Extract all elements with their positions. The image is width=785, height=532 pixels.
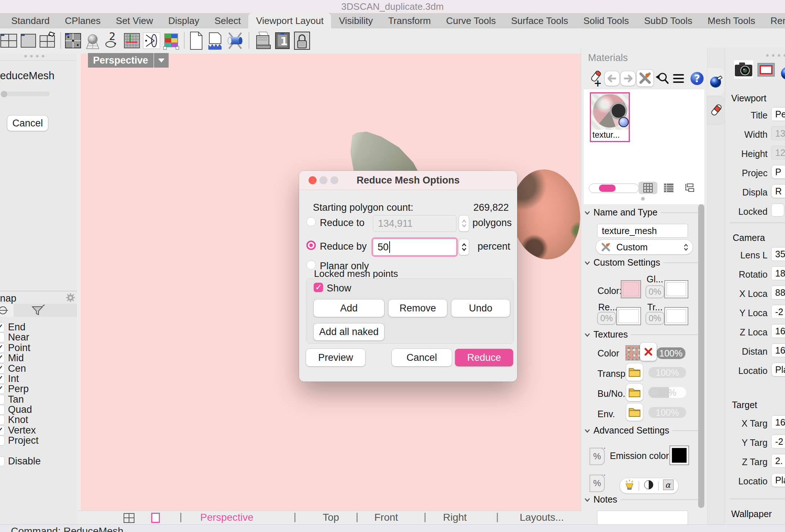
search-icon[interactable] bbox=[653, 71, 669, 86]
color-texture-thumbnail[interactable] bbox=[625, 345, 640, 360]
checkbox[interactable] bbox=[0, 384, 5, 394]
distance-field[interactable]: 162 bbox=[771, 343, 785, 357]
x-target-field[interactable]: 16 bbox=[771, 415, 785, 429]
emission-percent-spinner[interactable]: % bbox=[589, 448, 605, 465]
section-name-and-type[interactable]: Name and Type bbox=[584, 207, 703, 218]
thumbnail-size-slider-thumb[interactable] bbox=[599, 185, 616, 192]
tab-mesh-tools[interactable]: Mesh Tools bbox=[700, 13, 763, 28]
progress-slider[interactable] bbox=[1, 92, 50, 96]
paint-tube-panel-tab[interactable] bbox=[707, 97, 725, 124]
notes-textarea[interactable] bbox=[597, 511, 688, 525]
tab-transform[interactable]: Transform bbox=[381, 13, 439, 28]
display-colors-icon[interactable] bbox=[162, 31, 180, 51]
color-texture-amount[interactable]: 100% bbox=[656, 347, 685, 359]
material-thumbnail-label[interactable]: textur... bbox=[591, 130, 629, 140]
checkbox[interactable] bbox=[0, 415, 5, 425]
four-viewports-icon[interactable] bbox=[0, 31, 18, 51]
cancel-button[interactable]: Cancel bbox=[392, 349, 452, 366]
print-icon[interactable] bbox=[254, 31, 272, 51]
emission-color-swatch[interactable] bbox=[669, 446, 689, 465]
y-location-field[interactable]: -2 bbox=[771, 305, 785, 319]
panel-drag-handle[interactable] bbox=[766, 54, 785, 57]
section-notes[interactable]: Notes bbox=[584, 494, 703, 505]
contrast-sphere-icon[interactable] bbox=[644, 480, 654, 492]
checkbox[interactable] bbox=[0, 364, 5, 374]
section-advanced-settings[interactable]: Advanced Settings bbox=[584, 425, 703, 436]
close-icon[interactable] bbox=[309, 176, 317, 184]
folder-icon[interactable] bbox=[626, 363, 643, 381]
folder-icon[interactable] bbox=[626, 384, 643, 401]
shaded-sphere-icon[interactable] bbox=[84, 31, 102, 51]
checkbox[interactable] bbox=[0, 374, 5, 384]
help-icon[interactable]: ? bbox=[690, 71, 704, 86]
remove-texture-icon[interactable] bbox=[640, 343, 657, 361]
tab-viewport-layout[interactable]: Viewport Layout bbox=[248, 13, 331, 28]
undo-button[interactable]: Undo bbox=[451, 299, 510, 317]
section-custom-settings[interactable]: Custom Settings bbox=[584, 257, 703, 268]
back-arrow-icon[interactable] bbox=[605, 71, 619, 86]
z-target-field[interactable]: 2. bbox=[771, 454, 785, 468]
intensity-percent-spinner[interactable]: % bbox=[589, 475, 605, 492]
panel-drag-handle[interactable] bbox=[24, 55, 44, 57]
new-file-icon[interactable] bbox=[187, 31, 205, 51]
materials-scrollbar[interactable] bbox=[698, 204, 704, 508]
checkbox[interactable] bbox=[0, 436, 5, 446]
x-location-field[interactable]: 88 bbox=[771, 286, 785, 299]
environment-texture-amount[interactable]: 100% bbox=[648, 407, 686, 418]
checkbox[interactable] bbox=[0, 456, 5, 466]
grid-axes-icon[interactable] bbox=[123, 31, 141, 51]
camera-place-button[interactable]: Pla bbox=[771, 363, 785, 376]
reduce-by-input[interactable]: 50 bbox=[371, 237, 458, 257]
menu-icon[interactable] bbox=[672, 73, 685, 84]
list-view-button[interactable] bbox=[659, 182, 678, 194]
add-button[interactable]: Add bbox=[314, 299, 384, 317]
section-textures[interactable]: Textures bbox=[584, 329, 703, 340]
progress-slider-knob[interactable] bbox=[1, 91, 7, 97]
viewport-title-field[interactable]: Pe bbox=[771, 107, 785, 121]
tab-standard[interactable]: Standard bbox=[4, 13, 57, 28]
tab-subd-tools[interactable]: SubD Tools bbox=[637, 13, 700, 28]
curve-degree-icon[interactable]: 2 bbox=[103, 31, 121, 51]
command-cancel-button[interactable]: Cancel bbox=[7, 116, 48, 131]
grid-view-button[interactable] bbox=[639, 182, 657, 194]
viewport-title-badge[interactable]: Perspective bbox=[88, 53, 169, 68]
add-all-naked-button[interactable]: Add all naked bbox=[314, 323, 384, 340]
add-material-icon[interactable]: + bbox=[587, 70, 603, 87]
tab-visibility[interactable]: Visibility bbox=[331, 13, 380, 28]
show-checkbox[interactable] bbox=[314, 283, 323, 292]
tools-icon[interactable] bbox=[637, 70, 653, 86]
forward-arrow-icon[interactable] bbox=[621, 71, 635, 86]
checkbox[interactable] bbox=[0, 322, 5, 332]
z-location-field[interactable]: 16 bbox=[771, 324, 785, 338]
gloss-percent-spinner[interactable]: 0% bbox=[645, 285, 664, 298]
viewport-width-field[interactable]: 13 bbox=[771, 126, 785, 140]
preview-button[interactable]: Preview bbox=[306, 349, 365, 366]
material-type-dropdown[interactable]: Custom bbox=[596, 240, 693, 254]
y-target-field[interactable]: -2 bbox=[771, 435, 785, 448]
viewport-menu-arrow[interactable] bbox=[154, 59, 169, 63]
reflectivity-color-swatch[interactable] bbox=[616, 307, 641, 325]
camera-lens-icon[interactable] bbox=[142, 31, 161, 51]
checkbox[interactable] bbox=[0, 343, 5, 353]
osnap-tab-filter[interactable] bbox=[13, 304, 77, 317]
tab-render-tools[interactable]: Render Tools bbox=[763, 13, 785, 28]
material-name-field[interactable]: texture_mesh bbox=[597, 224, 688, 238]
window-titlebar[interactable]: 3DSCAN_duplicate.3dm bbox=[0, 0, 785, 13]
tab-surface-tools[interactable]: Surface Tools bbox=[503, 13, 576, 28]
lock-icon[interactable] bbox=[293, 31, 311, 51]
page-tab-top[interactable]: Top bbox=[323, 512, 339, 523]
materials-panel-tab[interactable] bbox=[707, 68, 725, 95]
dialog-titlebar[interactable]: Reduce Mesh Options bbox=[299, 171, 517, 190]
checkbox[interactable] bbox=[0, 426, 5, 435]
panel-resize-dot[interactable] bbox=[641, 197, 645, 201]
render-camera-icon[interactable] bbox=[734, 60, 753, 78]
tab-set-view[interactable]: Set View bbox=[108, 13, 161, 28]
page-tab-perspective[interactable]: Perspective bbox=[200, 512, 253, 523]
checkbox[interactable] bbox=[0, 405, 5, 415]
gloss-color-swatch[interactable] bbox=[664, 280, 688, 298]
cplane-grid-icon[interactable] bbox=[64, 31, 82, 51]
single-view-layout-icon[interactable] bbox=[151, 513, 160, 523]
color-swatch-button[interactable] bbox=[621, 280, 641, 298]
display-mode-dropdown[interactable]: R bbox=[771, 184, 785, 198]
make2d-icon[interactable] bbox=[206, 31, 225, 51]
